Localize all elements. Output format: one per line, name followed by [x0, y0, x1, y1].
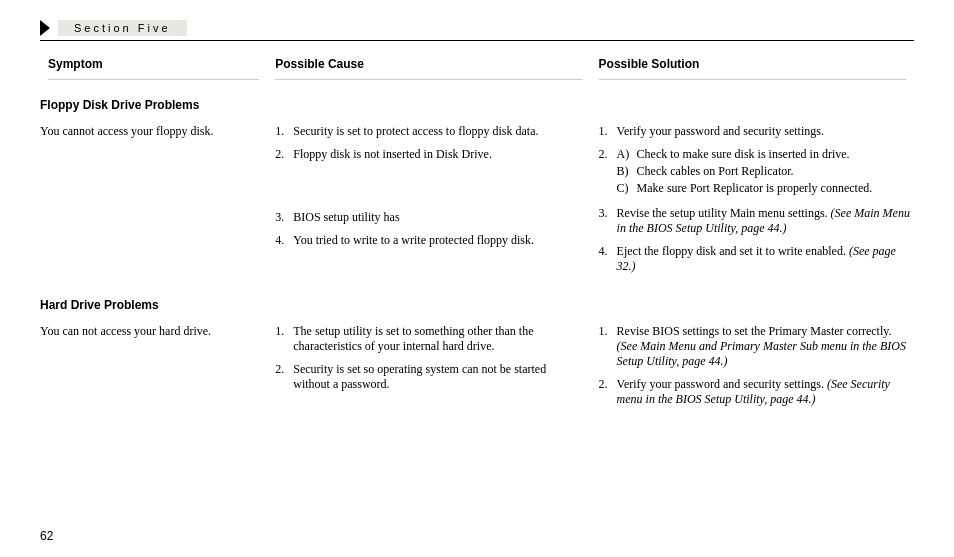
floppy-cause-3: 3. BIOS setup utility has	[275, 210, 582, 225]
section-title: Section Five	[58, 20, 187, 36]
solution-header: Possible Solution	[591, 57, 914, 86]
page-number: 62	[40, 529, 53, 543]
floppy-solution-cell: 1. Verify your password and security set…	[591, 120, 914, 282]
hard-solution-2: 2. Verify your password and security set…	[599, 377, 914, 407]
hard-symptom-cell: You can not access your hard drive.	[40, 320, 267, 415]
floppy-label: Floppy Disk Drive Problems	[40, 98, 906, 112]
floppy-symptom-text: You cannot access your floppy disk.	[40, 124, 259, 139]
floppy-solution-4: 4. Eject the floppy disk and set it to w…	[599, 244, 914, 274]
floppy-cause-cell: 1. Security is set to protect access to …	[267, 120, 590, 282]
floppy-data-row: You cannot access your floppy disk. 1. S…	[40, 120, 914, 282]
floppy-label-row: Floppy Disk Drive Problems	[40, 86, 914, 120]
content-table: Symptom Possible Cause Possible Solution…	[40, 57, 914, 415]
floppy-solution-1: 1. Verify your password and security set…	[599, 124, 914, 139]
hard-solution-1: 1. Revise BIOS settings to set the Prima…	[599, 324, 914, 369]
hard-cause-list: 1. The setup utility is set to something…	[275, 324, 582, 392]
hard-cause-1: 1. The setup utility is set to something…	[275, 324, 582, 354]
hard-symptom-text: You can not access your hard drive.	[40, 324, 259, 339]
hard-solution-cell: 1. Revise BIOS settings to set the Prima…	[591, 320, 914, 415]
page: Section Five Symptom Possible Cause Poss…	[0, 0, 954, 557]
symptom-header: Symptom	[40, 57, 267, 86]
hard-data-row: You can not access your hard drive. 1. T…	[40, 320, 914, 415]
hard-solution-list: 1. Revise BIOS settings to set the Prima…	[599, 324, 914, 407]
floppy-symptom-cell: You cannot access your floppy disk.	[40, 120, 267, 282]
section-triangle-icon	[40, 20, 50, 36]
floppy-solution-list: 1. Verify your password and security set…	[599, 124, 914, 274]
floppy-cause-1: 1. Security is set to protect access to …	[275, 124, 582, 139]
floppy-cause-4: 4. You tried to write to a write protect…	[275, 233, 582, 248]
header-row: Symptom Possible Cause Possible Solution	[40, 57, 914, 86]
floppy-solution-3: 3. Revise the setup utility Main menu se…	[599, 206, 914, 236]
floppy-solution-2: 2. A) Check to make sure disk is inserte…	[599, 147, 914, 198]
section-header: Section Five	[40, 20, 914, 41]
floppy-cause-list: 1. Security is set to protect access to …	[275, 124, 582, 248]
hard-cause-2: 2. Security is set so operating system c…	[275, 362, 582, 392]
hard-label: Hard Drive Problems	[40, 298, 906, 312]
cause-header: Possible Cause	[267, 57, 590, 86]
hard-label-row: Hard Drive Problems	[40, 282, 914, 320]
floppy-solution-2-alpha: A) Check to make sure disk is inserted i…	[617, 147, 873, 198]
floppy-cause-2: 2. Floppy disk is not inserted in Disk D…	[275, 147, 582, 162]
hard-cause-cell: 1. The setup utility is set to something…	[267, 320, 590, 415]
